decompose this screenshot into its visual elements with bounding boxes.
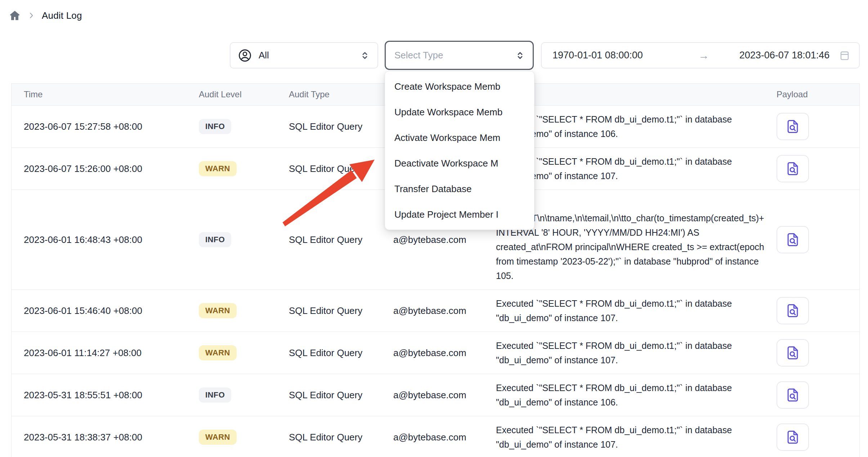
calendar-icon xyxy=(839,50,850,61)
time-cell: 2023-05-31 18:55:51 +08:00 xyxy=(12,390,187,401)
audit-level-badge: WARN xyxy=(199,303,237,318)
payload-cell xyxy=(769,423,859,451)
comment-cell: Executed `"SELECT * FROM db_ui_demo.t1;"… xyxy=(485,332,769,374)
time-cell: 2023-06-07 15:26:00 +08:00 xyxy=(12,163,187,174)
payload-button[interactable] xyxy=(777,113,809,140)
time-cell: 2023-06-01 15:46:40 +08:00 xyxy=(12,305,187,316)
payload-cell xyxy=(769,297,859,324)
file-search-icon xyxy=(785,429,801,446)
payload-button[interactable] xyxy=(777,297,809,324)
page-title: Audit Log xyxy=(42,10,82,21)
audit-type-cell: SQL Editor Query xyxy=(277,234,382,245)
actor-cell: a@bytebase.com xyxy=(382,390,485,401)
type-filter-placeholder: Select Type xyxy=(394,50,515,61)
audit-level-badge: WARN xyxy=(199,161,237,176)
file-search-icon xyxy=(785,231,801,248)
home-icon[interactable] xyxy=(9,9,21,22)
audit-level-badge: INFO xyxy=(199,119,231,134)
file-search-icon xyxy=(785,386,801,404)
header-audit-level: Audit Level xyxy=(187,89,277,99)
table-row: 2023-05-31 18:38:37 +08:00WARNSQL Editor… xyxy=(12,416,859,457)
file-search-icon xyxy=(785,302,801,319)
payload-button[interactable] xyxy=(777,423,809,451)
actor-cell: a@bytebase.com xyxy=(382,305,485,316)
dropdown-option[interactable]: Update Project Member I xyxy=(385,202,534,227)
audit-level-badge: INFO xyxy=(199,387,231,403)
file-search-icon xyxy=(785,160,801,177)
dropdown-option[interactable]: Update Workspace Memb xyxy=(385,99,534,125)
type-select-dropdown: Create Workspace MembUpdate Workspace Me… xyxy=(385,71,534,230)
audit-level-badge: WARN xyxy=(199,430,237,445)
audit-level-badge: INFO xyxy=(199,232,231,247)
table-row: 2023-05-31 18:55:51 +08:00INFOSQL Editor… xyxy=(12,374,859,416)
date-range-from[interactable]: 1970-01-01 08:00:00 xyxy=(552,50,698,61)
audit-type-cell: SQL Editor Query xyxy=(277,163,382,174)
level-cell: INFO xyxy=(187,387,277,403)
actor-filter-value: All xyxy=(259,50,359,61)
audit-type-cell: SQL Editor Query xyxy=(277,121,382,132)
header-time: Time xyxy=(12,89,187,99)
level-cell: WARN xyxy=(187,345,277,360)
comment-cell: Executed `"SELECT * FROM db_ui_demo.t1;"… xyxy=(485,374,769,416)
level-cell: WARN xyxy=(187,303,277,318)
payload-cell xyxy=(769,113,859,140)
file-search-icon xyxy=(785,118,801,135)
level-cell: INFO xyxy=(187,232,277,247)
dropdown-option[interactable]: Transfer Database xyxy=(385,176,534,202)
actor-filter-select[interactable]: All xyxy=(230,42,378,68)
header-audit-type: Audit Type xyxy=(277,89,382,99)
payload-button[interactable] xyxy=(777,155,809,182)
comment-cell: Executed `"SELECT * FROM db_ui_demo.t1;"… xyxy=(485,416,769,457)
audit-type-cell: SQL Editor Query xyxy=(277,347,382,359)
audit-level-badge: WARN xyxy=(199,345,237,360)
time-cell: 2023-06-01 11:14:27 +08:00 xyxy=(12,347,187,359)
header-payload: Payload xyxy=(769,89,859,99)
dropdown-option[interactable]: Deactivate Workspace M xyxy=(385,151,534,176)
table-row: 2023-06-01 15:46:40 +08:00WARNSQL Editor… xyxy=(12,290,859,332)
payload-cell xyxy=(769,339,859,367)
table-row: 2023-06-01 11:14:27 +08:00WARNSQL Editor… xyxy=(12,332,859,374)
chevron-right-icon xyxy=(27,12,35,19)
arrow-right-icon: → xyxy=(698,49,730,62)
date-range-to[interactable]: 2023-06-07 18:01:46 xyxy=(730,50,839,61)
chevron-up-down-icon xyxy=(515,50,525,61)
level-cell: WARN xyxy=(187,430,277,445)
dropdown-option[interactable]: Create Workspace Memb xyxy=(385,74,534,99)
level-cell: INFO xyxy=(187,119,277,134)
time-cell: 2023-05-31 18:38:37 +08:00 xyxy=(12,432,187,443)
audit-type-cell: SQL Editor Query xyxy=(277,305,382,316)
type-filter-select[interactable]: Select Type xyxy=(385,41,534,70)
actor-cell: a@bytebase.com xyxy=(382,432,485,443)
time-cell: 2023-06-01 16:48:43 +08:00 xyxy=(12,234,187,245)
payload-cell xyxy=(769,155,859,182)
date-range-picker[interactable]: 1970-01-01 08:00:00 → 2023-06-07 18:01:4… xyxy=(541,42,860,68)
file-search-icon xyxy=(785,344,801,361)
time-cell: 2023-06-07 15:27:58 +08:00 xyxy=(12,121,187,132)
payload-button[interactable] xyxy=(777,381,809,409)
breadcrumb: Audit Log xyxy=(9,9,82,22)
actor-cell: a@bytebase.com xyxy=(382,234,485,245)
audit-type-cell: SQL Editor Query xyxy=(277,390,382,401)
chevron-up-down-icon xyxy=(359,50,370,61)
audit-type-cell: SQL Editor Query xyxy=(277,432,382,443)
payload-cell xyxy=(769,381,859,409)
level-cell: WARN xyxy=(187,161,277,176)
person-icon xyxy=(238,48,252,63)
payload-button[interactable] xyxy=(777,226,809,253)
dropdown-option[interactable]: Activate Workspace Mem xyxy=(385,125,534,151)
comment-cell: Executed `"SELECT * FROM db_ui_demo.t1;"… xyxy=(485,290,769,332)
actor-cell: a@bytebase.com xyxy=(382,347,485,359)
payload-cell xyxy=(769,226,859,253)
payload-button[interactable] xyxy=(777,339,809,367)
